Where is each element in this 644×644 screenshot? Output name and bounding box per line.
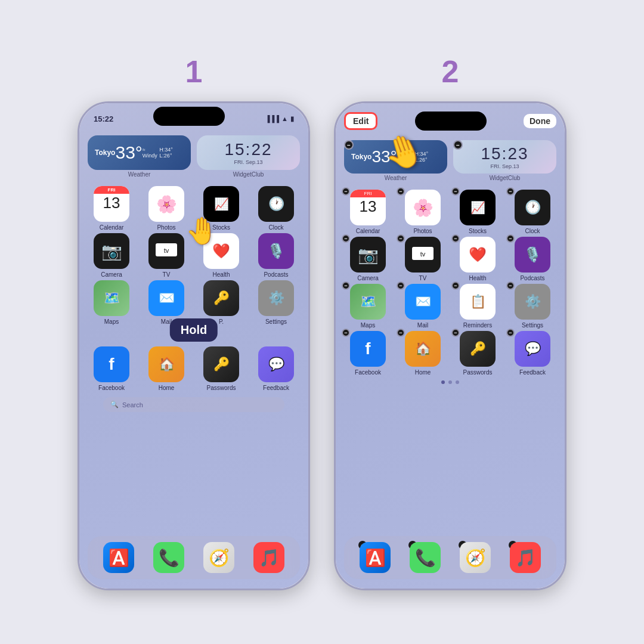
app-item-feedback-1[interactable]: 💬 Feedback: [252, 346, 300, 391]
app-item-facebook-1[interactable]: f Facebook: [88, 346, 135, 391]
cal-minus-2[interactable]: −: [342, 187, 350, 196]
calendar-icon-2[interactable]: FRI 13: [350, 190, 386, 225]
passwords-label-1: P.: [219, 318, 224, 325]
mail-icon-2[interactable]: ✉️: [405, 284, 441, 320]
search-icon-1: 🔍: [110, 401, 119, 408]
mail-icon-1[interactable]: ✉️: [148, 280, 184, 316]
settings-icon-1[interactable]: ⚙️: [258, 280, 294, 316]
health-label-2: Health: [469, 275, 487, 281]
app-item-passwords-2[interactable]: − 🔑 Passwords: [454, 331, 501, 376]
photos-label-1: Photos: [157, 224, 175, 231]
app-item-feedback-2[interactable]: − 💬 Feedback: [509, 331, 556, 376]
app-item-facebook-2[interactable]: − f Facebook: [344, 331, 392, 376]
club-minus-2[interactable]: −: [453, 140, 463, 150]
health-icon-2[interactable]: ❤️: [460, 237, 496, 273]
feedback-label-1: Feedback: [263, 385, 289, 391]
clock-icon-2[interactable]: 🕐: [515, 190, 550, 225]
app-item-calendar-1[interactable]: FRI 13 Calendar: [88, 186, 135, 231]
feedback-icon-1[interactable]: 💬: [258, 346, 294, 382]
calendar-date-1: 13: [103, 195, 120, 210]
app-item-settings-2[interactable]: − ⚙️ Settings: [509, 284, 556, 329]
app-item-home-2[interactable]: − 🏠 Home: [399, 331, 447, 376]
phone-icon-2[interactable]: 📞: [410, 542, 441, 573]
app-item-maps-2[interactable]: − 🗺️ Maps: [344, 284, 392, 329]
done-button-2[interactable]: Done: [524, 114, 556, 128]
clock-icon-1[interactable]: 🕐: [258, 186, 294, 222]
facebook-icon-1[interactable]: f: [94, 346, 129, 382]
dock-phone-1[interactable]: 📞: [153, 542, 184, 573]
settings-label-2: Settings: [522, 322, 543, 329]
dock-appstore-1[interactable]: 🅰️: [103, 542, 134, 573]
camera-icon-2[interactable]: 📷: [350, 237, 386, 273]
appstore-icon-1[interactable]: 🅰️: [103, 542, 134, 573]
app-item-podcasts-2[interactable]: − 🎙️ Podcasts: [509, 237, 556, 281]
podcasts-icon-2[interactable]: 🎙️: [515, 237, 550, 273]
appstore-icon-2[interactable]: 🅰️: [360, 542, 391, 573]
app-item-passwords2-1[interactable]: 🔑 Passwords: [197, 346, 245, 391]
dock-music-1[interactable]: 🎵: [253, 542, 284, 573]
app-item-settings-1[interactable]: ⚙️ Settings: [252, 280, 300, 325]
maps-icon-1[interactable]: 🗺️: [94, 280, 129, 316]
app-item-photos-1[interactable]: 🌸 Photos: [143, 186, 190, 231]
app-item-stocks-2[interactable]: − 📈 Stocks: [454, 190, 501, 234]
reminders-icon-2[interactable]: 📋: [460, 284, 496, 320]
search-bar-1[interactable]: 🔍 Search: [103, 397, 284, 412]
app-item-reminders-2[interactable]: − 📋 Reminders: [454, 284, 501, 329]
dock-phone-2[interactable]: − 📞: [410, 542, 441, 573]
hand-pointer-1: 🤚: [185, 215, 218, 246]
weather-minus-2[interactable]: −: [344, 140, 354, 150]
app-item-clock-2[interactable]: − 🕐 Clock: [509, 190, 556, 234]
step2-wrapper: 2 Edit Done 🤚 − Tokyo: [334, 54, 566, 590]
home-icon-1[interactable]: 🏠: [148, 346, 184, 382]
camera-label-1: Camera: [101, 271, 122, 278]
tv-label-1: TV: [163, 271, 171, 278]
safari-icon-1[interactable]: 🧭: [203, 542, 234, 573]
settings-icon-2[interactable]: ⚙️: [515, 284, 550, 320]
app-item-tv-1[interactable]: tv TV: [143, 233, 190, 278]
safari-icon-2[interactable]: 🧭: [460, 542, 491, 573]
stocks-icon-2[interactable]: 📈: [460, 190, 496, 225]
podcasts-icon-1[interactable]: 🎙️: [258, 233, 294, 269]
dock-safari-1[interactable]: 🧭: [203, 542, 234, 573]
app-item-clock-1[interactable]: 🕐 Clock: [252, 186, 300, 231]
maps-label-2: Maps: [361, 322, 375, 329]
photos-label-2: Photos: [413, 228, 432, 234]
calendar-icon-1[interactable]: FRI 13: [94, 186, 129, 222]
phone-icon-1[interactable]: 📞: [153, 542, 184, 573]
edit-button-2[interactable]: Edit: [344, 112, 377, 130]
tv-icon-1[interactable]: tv: [148, 233, 184, 269]
maps-icon-2[interactable]: 🗺️: [350, 284, 386, 320]
app-item-mail-2[interactable]: − ✉️ Mail: [399, 284, 447, 329]
phone1-screen: 15:22 ▐▐▐ ▲ ▮ Tokyo 33° ≈ Windy: [79, 103, 308, 589]
maps-label-1: Maps: [104, 318, 119, 325]
podcasts-label-1: Podcasts: [264, 271, 288, 278]
facebook-icon-2[interactable]: f: [350, 331, 386, 367]
app-item-health-2[interactable]: − ❤️ Health: [454, 237, 501, 281]
dock-appstore-2[interactable]: − 🅰️: [360, 542, 391, 573]
app-item-maps-1[interactable]: 🗺️ Maps: [88, 280, 135, 325]
home-icon-2[interactable]: 🏠: [405, 331, 441, 367]
feedback-icon-2[interactable]: 💬: [515, 331, 550, 367]
passwords2-icon-1[interactable]: 🔑: [203, 346, 239, 382]
app-item-podcasts-1[interactable]: 🎙️ Podcasts: [252, 233, 300, 278]
dock-safari-2[interactable]: − 🧭: [460, 542, 491, 573]
app-item-tv-2[interactable]: − tv TV: [399, 237, 447, 281]
phone2: Edit Done 🤚 − Tokyo 33° ≈ Windy: [334, 101, 566, 590]
app-item-health-1[interactable]: ❤️ 🤚 Health: [197, 233, 245, 278]
app-item-calendar-2[interactable]: − FRI 13 Calendar: [344, 190, 392, 234]
photos-icon-2[interactable]: 🌸: [405, 190, 441, 225]
tv-icon-2[interactable]: tv: [405, 237, 441, 273]
app-item-home-1[interactable]: 🏠 Home: [143, 346, 190, 391]
passwords-icon-1[interactable]: 🔑: [203, 280, 239, 316]
camera-icon-1[interactable]: 📷: [94, 233, 129, 269]
music-icon-1[interactable]: 🎵: [253, 542, 284, 573]
app-item-photos-2[interactable]: − 🌸 Photos: [399, 190, 447, 234]
app-item-camera-1[interactable]: 📷 Camera: [88, 233, 135, 278]
music-icon-2[interactable]: 🎵: [510, 542, 541, 573]
passwords-icon-2b[interactable]: 🔑: [460, 331, 496, 367]
app-item-camera-2[interactable]: − 📷 Camera: [344, 237, 392, 281]
photos-icon-1[interactable]: 🌸: [148, 186, 184, 222]
main-container: 1 15:22 ▐▐▐ ▲ ▮ Tokyo: [54, 30, 590, 614]
weather-label-1: Weather: [88, 171, 191, 178]
dock-music-2[interactable]: − 🎵: [510, 542, 541, 573]
